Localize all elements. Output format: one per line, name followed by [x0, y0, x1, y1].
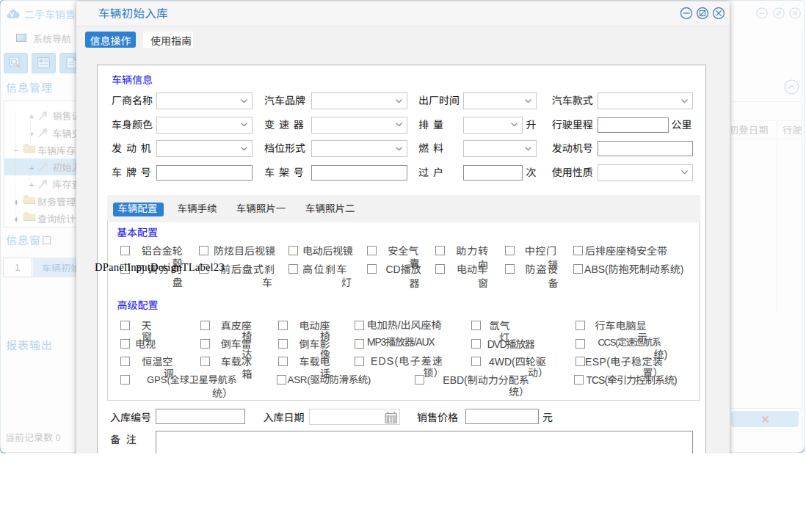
- svg-text:V: V: [10, 11, 15, 18]
